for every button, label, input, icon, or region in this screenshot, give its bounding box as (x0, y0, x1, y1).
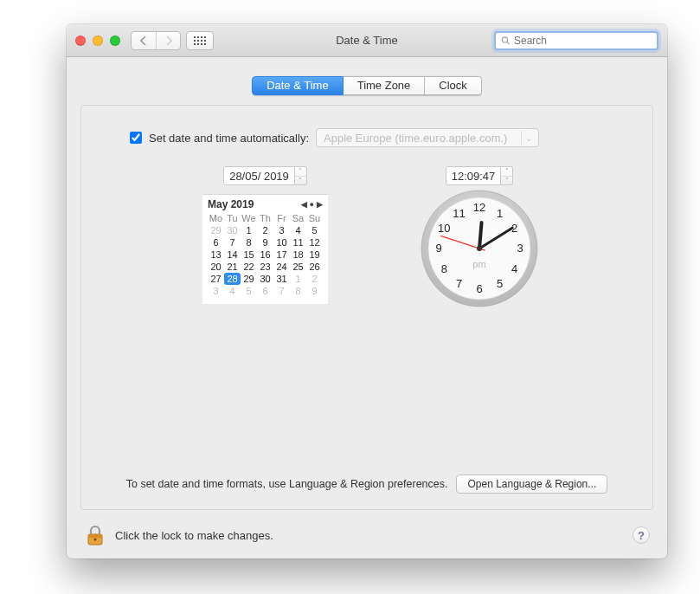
calendar-day[interactable]: 20 (208, 261, 224, 273)
calendar-day[interactable]: 8 (241, 236, 257, 249)
calendar-day[interactable]: 11 (290, 236, 306, 249)
svg-line-17 (479, 223, 482, 249)
tab-date-time[interactable]: Date & Time (252, 76, 344, 95)
minimize-icon[interactable] (93, 36, 103, 46)
format-hint-row: To set date and time formats, use Langua… (81, 475, 652, 494)
tabs: Date & TimeTime ZoneClock (67, 76, 667, 95)
date-field[interactable]: 28/05/ 2019 ˄ ˅ (223, 166, 307, 185)
calendar-day[interactable]: 27 (208, 273, 224, 285)
svg-text:4: 4 (511, 262, 517, 275)
calendar-day[interactable]: 23 (257, 261, 273, 273)
tab-time-zone[interactable]: Time Zone (344, 76, 426, 95)
calendar-dow: Mo (208, 212, 224, 224)
calendar-day[interactable]: 14 (224, 249, 241, 261)
calendar-day[interactable]: 31 (273, 273, 290, 285)
svg-line-1 (507, 42, 510, 44)
panel: Set date and time automatically: Apple E… (80, 105, 653, 510)
svg-text:9: 9 (435, 242, 441, 255)
open-language-region-button[interactable]: Open Language & Region... (456, 475, 607, 494)
time-server-combo[interactable]: Apple Europe (time.euro.apple.com.) ⌄ (316, 128, 539, 147)
calendar-day[interactable]: 25 (290, 261, 306, 273)
calendar-title: May 2019 (208, 198, 254, 210)
svg-rect-22 (88, 534, 102, 538)
forward-button[interactable] (156, 32, 180, 49)
calendar-day[interactable]: 29 (208, 224, 224, 236)
auto-set-row: Set date and time automatically: Apple E… (130, 128, 652, 147)
calendar-day[interactable]: 12 (306, 236, 323, 249)
calendar-day[interactable]: 1 (290, 273, 306, 285)
cal-next-icon[interactable]: ▶ (317, 200, 323, 209)
step-up-icon[interactable]: ˄ (295, 167, 306, 177)
calendar-day[interactable]: 9 (306, 285, 323, 297)
calendar-dow: Fr (273, 212, 290, 224)
calendar-day[interactable]: 19 (306, 249, 323, 261)
calendar-day[interactable]: 1 (241, 224, 257, 236)
date-value: 28/05/ 2019 (223, 166, 295, 185)
svg-text:6: 6 (476, 282, 482, 295)
svg-text:1: 1 (497, 207, 503, 220)
calendar-day[interactable]: 13 (208, 249, 224, 261)
chevron-down-icon: ⌄ (521, 131, 535, 145)
svg-text:12: 12 (473, 201, 485, 214)
calendar-day[interactable]: 3 (208, 285, 224, 297)
calendar-dow: Th (257, 212, 273, 224)
calendar-day[interactable]: 28 (224, 273, 241, 285)
analog-clock: 123456789101112 pm (414, 184, 544, 316)
calendar-day[interactable]: 5 (241, 285, 257, 297)
calendar-day[interactable]: 4 (290, 224, 306, 236)
date-stepper[interactable]: ˄ ˅ (295, 166, 307, 185)
cal-prev-icon[interactable]: ◀ (301, 200, 307, 209)
time-stepper[interactable]: ˄ ˅ (501, 166, 513, 185)
calendar-day[interactable]: 24 (273, 261, 290, 273)
step-down-icon[interactable]: ˅ (295, 177, 306, 185)
calendar[interactable]: May 2019 ◀ ● ▶ MoTuWeThFrSaSu29301234567… (202, 194, 328, 304)
calendar-day[interactable]: 17 (273, 249, 290, 261)
calendar-day[interactable]: 30 (224, 224, 241, 236)
svg-point-23 (94, 539, 97, 541)
calendar-day[interactable]: 26 (306, 261, 323, 273)
show-all-button[interactable] (186, 31, 214, 50)
titlebar: Date & Time (67, 24, 667, 57)
calendar-dow: We (241, 212, 257, 224)
calendar-day[interactable]: 6 (208, 236, 224, 249)
step-up-icon[interactable]: ˄ (501, 167, 512, 177)
svg-text:7: 7 (456, 277, 462, 290)
calendar-day[interactable]: 18 (290, 249, 306, 261)
calendar-day[interactable]: 30 (257, 273, 273, 285)
calendar-day[interactable]: 21 (224, 261, 241, 273)
calendar-dow: Sa (290, 212, 306, 224)
search-input[interactable] (514, 35, 652, 47)
search-field[interactable] (494, 31, 658, 50)
cal-today-icon[interactable]: ● (310, 200, 314, 209)
calendar-day[interactable]: 4 (224, 285, 241, 297)
time-field[interactable]: 12:09:47 ˄ ˅ (446, 166, 514, 185)
calendar-day[interactable]: 9 (257, 236, 273, 249)
calendar-dow: Tu (224, 212, 241, 224)
calendar-day[interactable]: 7 (273, 285, 290, 297)
zoom-icon[interactable] (110, 36, 120, 46)
auto-set-checkbox[interactable] (130, 132, 142, 144)
calendar-day[interactable]: 3 (273, 224, 290, 236)
calendar-day[interactable]: 7 (224, 236, 241, 249)
search-icon (501, 36, 511, 46)
calendar-day[interactable]: 16 (257, 249, 273, 261)
calendar-day[interactable]: 29 (241, 273, 257, 285)
back-button[interactable] (132, 32, 156, 49)
calendar-day[interactable]: 6 (257, 285, 273, 297)
lock-icon[interactable] (84, 524, 106, 546)
time-value: 12:09:47 (446, 166, 502, 185)
preferences-window: Date & Time Date & TimeTime ZoneClock Se… (67, 24, 667, 558)
close-icon[interactable] (75, 36, 86, 46)
body: Date & TimeTime ZoneClock Set date and t… (67, 57, 667, 558)
calendar-day[interactable]: 2 (257, 224, 273, 236)
svg-text:5: 5 (497, 277, 503, 290)
calendar-day[interactable]: 8 (290, 285, 306, 297)
auto-set-label: Set date and time automatically: (149, 132, 309, 145)
calendar-day[interactable]: 15 (241, 249, 257, 261)
calendar-day[interactable]: 5 (306, 224, 323, 236)
help-button[interactable]: ? (633, 526, 650, 544)
tab-clock[interactable]: Clock (425, 76, 482, 95)
calendar-day[interactable]: 2 (306, 273, 323, 285)
calendar-day[interactable]: 10 (273, 236, 290, 249)
calendar-day[interactable]: 22 (241, 261, 257, 273)
